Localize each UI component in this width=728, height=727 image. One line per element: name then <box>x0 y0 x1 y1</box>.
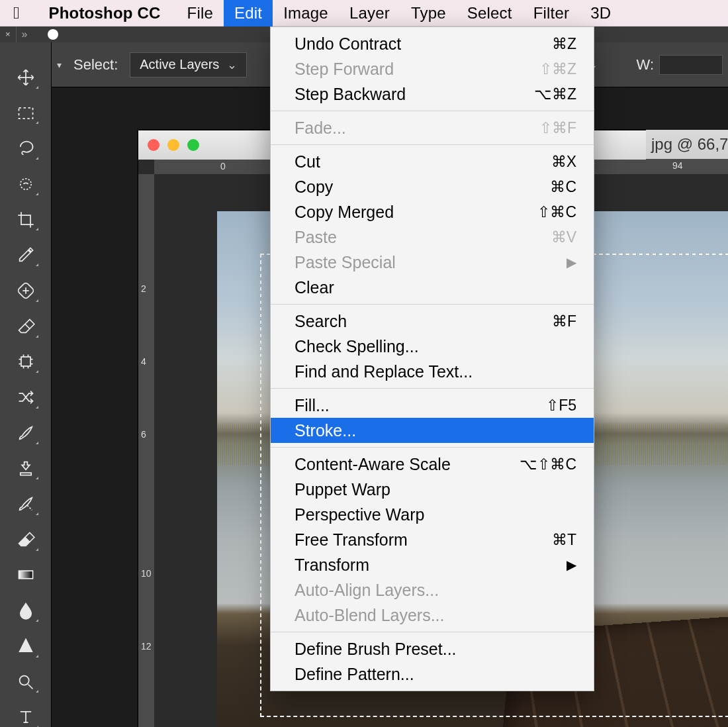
menu-item-define-pattern[interactable]: Define Pattern... <box>271 661 594 687</box>
tool-preset-dropdown-icon[interactable]: ▾ <box>57 60 62 70</box>
menu-item-label: Fade... <box>295 119 346 138</box>
svg-point-1 <box>20 179 30 189</box>
ruler-tick: 12 <box>141 641 152 652</box>
menu-item-fill[interactable]: Fill...⇧F5 <box>271 393 594 418</box>
menu-item-shortcut: ⌘Z <box>552 35 576 53</box>
menu-item-auto-align-layers: Auto-Align Layers... <box>271 577 594 603</box>
tools-panel <box>0 42 52 727</box>
menu-item-label: Stroke... <box>295 421 356 440</box>
eraser-tool-icon[interactable] <box>15 316 37 336</box>
history-brush-tool-icon[interactable] <box>15 494 37 514</box>
ruler-tick: 94 <box>672 160 683 171</box>
expand-tabs-icon[interactable]: » <box>17 28 33 40</box>
edit-menu-dropdown: Undo Contract⌘ZStep Forward⇧⌘ZStep Backw… <box>270 26 594 691</box>
menu-filter[interactable]: Filter <box>523 0 580 26</box>
app-name[interactable]: Photoshop CC <box>38 0 177 26</box>
ruler-tick: 2 <box>141 283 146 294</box>
menu-item-label: Transform <box>295 556 369 575</box>
menu-item-label: Undo Contract <box>295 34 401 54</box>
menu-item-step-backward[interactable]: Step Backward⌥⌘Z <box>271 81 594 107</box>
dodge-tool-icon[interactable] <box>15 636 37 656</box>
menu-item-label: Fill... <box>295 396 330 415</box>
menu-item-copy-merged[interactable]: Copy Merged⇧⌘C <box>271 199 594 224</box>
menu-item-label: Copy <box>295 177 333 197</box>
menu-item-search[interactable]: Search⌘F <box>271 309 594 334</box>
svg-point-5 <box>19 675 28 685</box>
menu-item-content-aware-scale[interactable]: Content-Aware Scale⌥⇧⌘C <box>271 452 594 477</box>
menu-item-shortcut: ⌥⇧⌘C <box>520 456 576 473</box>
menu-file[interactable]: File <box>177 0 224 26</box>
menu-item-define-brush-preset[interactable]: Define Brush Preset... <box>271 636 594 661</box>
brush-tool-icon[interactable] <box>15 423 37 443</box>
pen-tool-icon[interactable] <box>15 672 37 692</box>
menu-item-shortcut: ⌘C <box>550 178 576 196</box>
menu-item-find-and-replace-text[interactable]: Find and Replace Text... <box>271 359 594 384</box>
window-zoom-icon[interactable] <box>187 139 199 151</box>
window-close-icon[interactable] <box>148 139 159 151</box>
ruler-vertical[interactable]: 2 4 6 10 12 <box>138 174 154 727</box>
marquee-tool-icon[interactable] <box>15 103 37 123</box>
menu-item-label: Check Spelling... <box>295 337 419 356</box>
menu-item-puppet-warp[interactable]: Puppet Warp <box>271 477 594 502</box>
menu-item-shortcut: ⇧⌘C <box>537 203 576 221</box>
menu-item-free-transform[interactable]: Free Transform⌘T <box>271 527 594 552</box>
menu-item-shortcut: ⇧⌘Z <box>539 60 576 78</box>
menu-item-label: Perspective Warp <box>295 505 424 524</box>
macos-menubar:  Photoshop CC File Edit Image Layer Typ… <box>0 0 728 26</box>
menu-item-transform[interactable]: Transform▶ <box>271 552 594 577</box>
gradient-tool-icon[interactable] <box>15 565 37 585</box>
shuffle-tool-icon[interactable] <box>15 387 37 407</box>
crop-tool-icon[interactable] <box>15 210 37 230</box>
menu-select[interactable]: Select <box>457 0 523 26</box>
width-input[interactable] <box>659 55 723 75</box>
menu-item-shortcut: ⇧F5 <box>546 397 576 414</box>
submenu-arrow-icon: ▶ <box>567 254 576 270</box>
chip-tool-icon[interactable] <box>15 352 37 372</box>
lasso-tool-icon[interactable] <box>15 138 37 158</box>
submenu-arrow-icon: ▶ <box>567 557 576 573</box>
menu-item-undo-contract[interactable]: Undo Contract⌘Z <box>271 31 594 56</box>
menu-item-label: Find and Replace Text... <box>295 362 473 381</box>
foreground-color-swatch[interactable] <box>48 29 58 40</box>
menu-item-cut[interactable]: Cut⌘X <box>271 149 594 174</box>
ruler-tick: 10 <box>141 568 152 579</box>
menu-item-label: Step Forward <box>295 60 394 79</box>
background-document-title[interactable]: jpg @ 66,7% (La <box>646 130 728 159</box>
menu-item-label: Free Transform <box>295 530 408 550</box>
blur-tool-icon[interactable] <box>15 601 37 620</box>
menu-layer[interactable]: Layer <box>339 0 400 26</box>
menu-image[interactable]: Image <box>273 0 339 26</box>
menu-item-shortcut: ⌘X <box>551 153 576 171</box>
ruler-tick: 4 <box>141 356 146 367</box>
eyedropper-tool-icon[interactable] <box>15 245 37 265</box>
select-mode-dropdown[interactable]: Active Layers ⌄ <box>130 52 247 77</box>
svg-rect-3 <box>21 357 30 366</box>
svg-rect-0 <box>19 107 32 118</box>
menu-type[interactable]: Type <box>400 0 457 26</box>
move-tool-icon[interactable] <box>15 68 37 87</box>
apple-menu-icon[interactable]:  <box>13 3 20 23</box>
width-label: W: <box>637 56 654 73</box>
eraser2-tool-icon[interactable] <box>15 530 37 550</box>
clone-stamp-tool-icon[interactable] <box>15 459 37 479</box>
spot-heal-tool-icon[interactable] <box>15 281 37 301</box>
menu-item-fade: Fade...⇧⌘F <box>271 115 594 140</box>
menu-item-shortcut: ⌘T <box>552 531 576 549</box>
menu-item-clear[interactable]: Clear <box>271 275 594 300</box>
close-tab-icon[interactable]: × <box>0 26 17 42</box>
menu-item-label: Copy Merged <box>295 203 394 222</box>
select-mode-value: Active Layers <box>140 57 219 72</box>
menu-3d[interactable]: 3D <box>580 0 621 26</box>
menu-item-copy[interactable]: Copy⌘C <box>271 174 594 199</box>
type-tool-icon[interactable] <box>15 707 37 727</box>
menu-item-stroke[interactable]: Stroke... <box>271 418 594 443</box>
menu-item-check-spelling[interactable]: Check Spelling... <box>271 334 594 359</box>
menu-item-label: Define Pattern... <box>295 665 414 684</box>
window-minimize-icon[interactable] <box>167 139 179 151</box>
quick-select-tool-icon[interactable] <box>15 174 37 194</box>
menu-item-label: Content-Aware Scale <box>295 455 451 474</box>
menu-item-label: Cut <box>295 152 320 171</box>
menu-edit[interactable]: Edit <box>224 0 273 26</box>
menu-item-label: Paste <box>295 228 337 247</box>
menu-item-perspective-warp[interactable]: Perspective Warp <box>271 502 594 527</box>
